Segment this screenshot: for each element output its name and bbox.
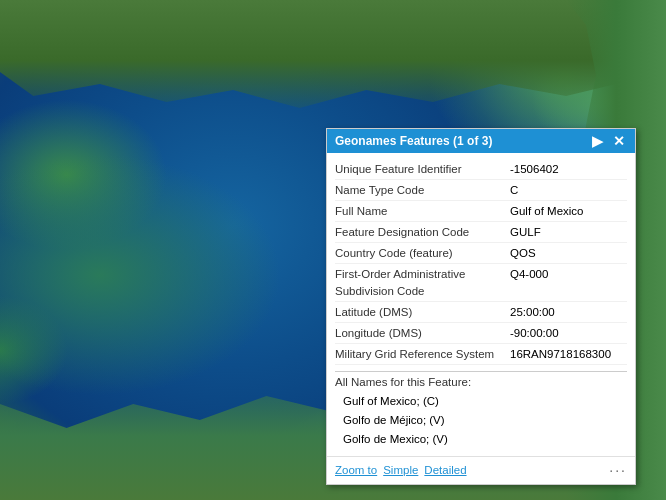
field-label: First-Order Administrative Subdivision C… (335, 266, 510, 298)
fields-container: Unique Feature Identifier-1506402Name Ty… (335, 159, 627, 365)
field-label: Latitude (DMS) (335, 304, 510, 320)
all-names-label: All Names for this Feature: (335, 376, 627, 388)
table-row: Full NameGulf of Mexico (335, 201, 627, 222)
table-row: Name Type CodeC (335, 180, 627, 201)
section-divider (335, 371, 627, 372)
field-value: C (510, 182, 627, 198)
field-value: QOS (510, 245, 627, 261)
panel-title: Geonames Features (1 of 3) (335, 134, 590, 148)
field-label: Full Name (335, 203, 510, 219)
table-row: First-Order Administrative Subdivision C… (335, 264, 627, 301)
field-value: Q4-000 (510, 266, 627, 298)
panel-nav-forward-button[interactable]: ▶ (590, 134, 605, 148)
field-label: Feature Designation Code (335, 224, 510, 240)
panel-body: Unique Feature Identifier-1506402Name Ty… (327, 153, 635, 456)
list-item: Gulf of Mexico; (C) (335, 392, 627, 411)
zoom-to-link[interactable]: Zoom to (335, 464, 377, 476)
field-label: Name Type Code (335, 182, 510, 198)
field-label: Unique Feature Identifier (335, 161, 510, 177)
panel-footer: Zoom to Simple Detailed ··· (327, 456, 635, 484)
table-row: Country Code (feature)QOS (335, 243, 627, 264)
panel-close-button[interactable]: ✕ (611, 134, 627, 148)
map-container[interactable]: Geonames Features (1 of 3) ▶ ✕ Unique Fe… (0, 0, 666, 500)
field-label: Military Grid Reference System (335, 346, 510, 362)
table-row: Feature Designation CodeGULF (335, 222, 627, 243)
land-north (0, 0, 666, 120)
more-options-button[interactable]: ··· (609, 462, 627, 478)
table-row: Longitude (DMS)-90:00:00 (335, 323, 627, 344)
list-item: Golfo de Méjico; (V) (335, 411, 627, 430)
info-panel: Geonames Features (1 of 3) ▶ ✕ Unique Fe… (326, 128, 636, 485)
table-row: Unique Feature Identifier-1506402 (335, 159, 627, 180)
list-item: Golfo de Mexico; (V) (335, 430, 627, 449)
field-value: GULF (510, 224, 627, 240)
panel-header-controls: ▶ ✕ (590, 134, 627, 148)
names-container: Gulf of Mexico; (C)Golfo de Méjico; (V)G… (335, 392, 627, 450)
field-value: -1506402 (510, 161, 627, 177)
field-value: 25:00:00 (510, 304, 627, 320)
panel-header: Geonames Features (1 of 3) ▶ ✕ (327, 129, 635, 153)
table-row: Military Grid Reference System16RAN97181… (335, 344, 627, 365)
field-label: Country Code (feature) (335, 245, 510, 261)
footer-links: Zoom to Simple Detailed (335, 464, 467, 476)
field-value: Gulf of Mexico (510, 203, 627, 219)
table-row: Latitude (DMS)25:00:00 (335, 302, 627, 323)
field-value: -90:00:00 (510, 325, 627, 341)
field-value: 16RAN9718168300 (510, 346, 627, 362)
simple-link[interactable]: Simple (383, 464, 418, 476)
field-label: Longitude (DMS) (335, 325, 510, 341)
detailed-link[interactable]: Detailed (424, 464, 466, 476)
